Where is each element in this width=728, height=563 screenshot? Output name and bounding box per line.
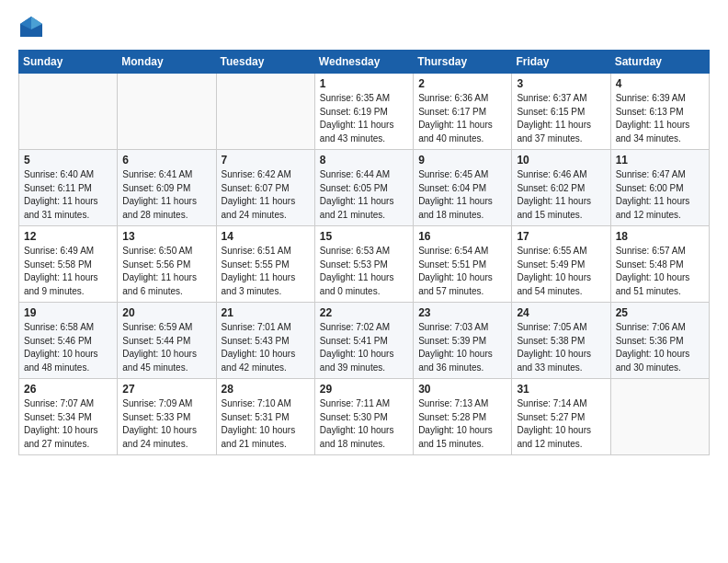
calendar-cell: 17Sunrise: 6:55 AM Sunset: 5:49 PM Dayli… — [512, 226, 610, 303]
header-cell-monday: Monday — [118, 51, 216, 74]
calendar-cell: 31Sunrise: 7:14 AM Sunset: 5:27 PM Dayli… — [512, 379, 610, 455]
day-info: Sunrise: 6:37 AM Sunset: 6:15 PM Dayligh… — [517, 92, 605, 145]
day-number: 21 — [222, 306, 310, 319]
calendar-cell: 6Sunrise: 6:41 AM Sunset: 6:09 PM Daylig… — [118, 150, 216, 226]
day-info: Sunrise: 7:05 AM Sunset: 5:38 PM Dayligh… — [517, 321, 605, 374]
day-info: Sunrise: 7:09 AM Sunset: 5:33 PM Dayligh… — [122, 397, 210, 451]
day-number: 10 — [517, 154, 605, 167]
calendar-cell: 11Sunrise: 6:47 AM Sunset: 6:00 PM Dayli… — [610, 150, 709, 226]
calendar-cell: 16Sunrise: 6:54 AM Sunset: 5:51 PM Dayli… — [414, 226, 512, 303]
day-number: 2 — [418, 77, 506, 90]
header-row: SundayMondayTuesdayWednesdayThursdayFrid… — [19, 51, 710, 74]
day-info: Sunrise: 6:41 AM Sunset: 6:09 PM Dayligh… — [122, 168, 210, 222]
header-cell-saturday: Saturday — [610, 51, 709, 74]
day-info: Sunrise: 6:49 AM Sunset: 5:58 PM Dayligh… — [24, 245, 112, 298]
day-info: Sunrise: 7:02 AM Sunset: 5:41 PM Dayligh… — [320, 321, 408, 374]
calendar-cell: 10Sunrise: 6:46 AM Sunset: 6:02 PM Dayli… — [512, 150, 610, 226]
day-info: Sunrise: 6:54 AM Sunset: 5:51 PM Dayligh… — [418, 245, 506, 298]
calendar-cell: 24Sunrise: 7:05 AM Sunset: 5:38 PM Dayli… — [512, 303, 610, 379]
day-number: 22 — [320, 306, 408, 319]
calendar-table: SundayMondayTuesdayWednesdayThursdayFrid… — [18, 50, 710, 455]
day-info: Sunrise: 7:10 AM Sunset: 5:31 PM Dayligh… — [222, 397, 310, 451]
calendar-cell — [216, 74, 314, 150]
day-info: Sunrise: 6:55 AM Sunset: 5:49 PM Dayligh… — [517, 245, 605, 298]
calendar-cell: 27Sunrise: 7:09 AM Sunset: 5:33 PM Dayli… — [118, 379, 216, 455]
calendar-cell: 15Sunrise: 6:53 AM Sunset: 5:53 PM Dayli… — [314, 226, 413, 303]
calendar-cell: 30Sunrise: 7:13 AM Sunset: 5:28 PM Dayli… — [414, 379, 512, 455]
calendar-cell — [19, 74, 118, 150]
day-number: 17 — [517, 230, 605, 243]
calendar-cell: 3Sunrise: 6:37 AM Sunset: 6:15 PM Daylig… — [512, 74, 610, 150]
calendar-cell: 13Sunrise: 6:50 AM Sunset: 5:56 PM Dayli… — [118, 226, 216, 303]
day-number: 28 — [222, 383, 310, 396]
calendar-cell: 20Sunrise: 6:59 AM Sunset: 5:44 PM Dayli… — [118, 303, 216, 379]
calendar-cell — [610, 379, 709, 455]
day-number: 24 — [517, 306, 605, 319]
day-info: Sunrise: 7:07 AM Sunset: 5:34 PM Dayligh… — [24, 397, 112, 451]
day-info: Sunrise: 6:45 AM Sunset: 6:04 PM Dayligh… — [418, 168, 506, 222]
day-info: Sunrise: 6:47 AM Sunset: 6:00 PM Dayligh… — [616, 168, 704, 222]
day-number: 16 — [418, 230, 506, 243]
calendar-cell: 12Sunrise: 6:49 AM Sunset: 5:58 PM Dayli… — [19, 226, 118, 303]
day-number: 5 — [24, 154, 112, 167]
header-cell-friday: Friday — [512, 51, 610, 74]
day-info: Sunrise: 6:51 AM Sunset: 5:55 PM Dayligh… — [222, 245, 310, 298]
day-info: Sunrise: 6:35 AM Sunset: 6:19 PM Dayligh… — [320, 92, 408, 145]
day-number: 11 — [616, 154, 704, 167]
day-number: 1 — [320, 77, 408, 90]
calendar-body: 1Sunrise: 6:35 AM Sunset: 6:19 PM Daylig… — [19, 74, 710, 455]
day-info: Sunrise: 7:01 AM Sunset: 5:43 PM Dayligh… — [222, 321, 310, 374]
calendar-cell: 26Sunrise: 7:07 AM Sunset: 5:34 PM Dayli… — [19, 379, 118, 455]
calendar-page: SundayMondayTuesdayWednesdayThursdayFrid… — [0, 0, 728, 470]
day-number: 7 — [222, 154, 310, 167]
calendar-cell: 28Sunrise: 7:10 AM Sunset: 5:31 PM Dayli… — [216, 379, 314, 455]
day-number: 13 — [122, 230, 210, 243]
day-info: Sunrise: 6:57 AM Sunset: 5:48 PM Dayligh… — [616, 245, 704, 298]
day-number: 25 — [616, 306, 704, 319]
calendar-cell: 25Sunrise: 7:06 AM Sunset: 5:36 PM Dayli… — [610, 303, 709, 379]
day-number: 26 — [24, 383, 112, 396]
day-info: Sunrise: 6:53 AM Sunset: 5:53 PM Dayligh… — [320, 245, 408, 298]
calendar-header: SundayMondayTuesdayWednesdayThursdayFrid… — [19, 51, 710, 74]
day-number: 12 — [24, 230, 112, 243]
calendar-week-3: 12Sunrise: 6:49 AM Sunset: 5:58 PM Dayli… — [19, 226, 710, 303]
calendar-cell: 5Sunrise: 6:40 AM Sunset: 6:11 PM Daylig… — [19, 150, 118, 226]
day-number: 14 — [222, 230, 310, 243]
logo-icon — [18, 15, 44, 40]
day-number: 29 — [320, 383, 408, 396]
day-number: 23 — [418, 306, 506, 319]
day-info: Sunrise: 7:14 AM Sunset: 5:27 PM Dayligh… — [517, 397, 605, 451]
day-info: Sunrise: 6:36 AM Sunset: 6:17 PM Dayligh… — [418, 92, 506, 145]
calendar-week-2: 5Sunrise: 6:40 AM Sunset: 6:11 PM Daylig… — [19, 150, 710, 226]
day-info: Sunrise: 6:39 AM Sunset: 6:13 PM Dayligh… — [616, 92, 704, 145]
day-info: Sunrise: 7:11 AM Sunset: 5:30 PM Dayligh… — [320, 397, 408, 451]
day-info: Sunrise: 7:06 AM Sunset: 5:36 PM Dayligh… — [616, 321, 704, 374]
calendar-week-1: 1Sunrise: 6:35 AM Sunset: 6:19 PM Daylig… — [19, 74, 710, 150]
day-number: 15 — [320, 230, 408, 243]
calendar-cell: 23Sunrise: 7:03 AM Sunset: 5:39 PM Dayli… — [414, 303, 512, 379]
header-cell-sunday: Sunday — [19, 51, 118, 74]
calendar-cell: 18Sunrise: 6:57 AM Sunset: 5:48 PM Dayli… — [610, 226, 709, 303]
day-info: Sunrise: 6:46 AM Sunset: 6:02 PM Dayligh… — [517, 168, 605, 222]
day-number: 19 — [24, 306, 112, 319]
header-cell-thursday: Thursday — [414, 51, 512, 74]
day-number: 6 — [122, 154, 210, 167]
day-number: 31 — [517, 383, 605, 396]
calendar-cell: 1Sunrise: 6:35 AM Sunset: 6:19 PM Daylig… — [314, 74, 413, 150]
day-number: 20 — [122, 306, 210, 319]
calendar-cell: 2Sunrise: 6:36 AM Sunset: 6:17 PM Daylig… — [414, 74, 512, 150]
day-info: Sunrise: 7:03 AM Sunset: 5:39 PM Dayligh… — [418, 321, 506, 374]
day-number: 9 — [418, 154, 506, 167]
day-number: 27 — [122, 383, 210, 396]
day-info: Sunrise: 6:58 AM Sunset: 5:46 PM Dayligh… — [24, 321, 112, 374]
calendar-cell — [118, 74, 216, 150]
day-number: 8 — [320, 154, 408, 167]
calendar-cell: 19Sunrise: 6:58 AM Sunset: 5:46 PM Dayli… — [19, 303, 118, 379]
day-number: 18 — [616, 230, 704, 243]
logo-area — [18, 15, 48, 40]
day-info: Sunrise: 6:42 AM Sunset: 6:07 PM Dayligh… — [222, 168, 310, 222]
calendar-week-4: 19Sunrise: 6:58 AM Sunset: 5:46 PM Dayli… — [19, 303, 710, 379]
calendar-cell: 9Sunrise: 6:45 AM Sunset: 6:04 PM Daylig… — [414, 150, 512, 226]
calendar-cell: 8Sunrise: 6:44 AM Sunset: 6:05 PM Daylig… — [314, 150, 413, 226]
calendar-cell: 7Sunrise: 6:42 AM Sunset: 6:07 PM Daylig… — [216, 150, 314, 226]
